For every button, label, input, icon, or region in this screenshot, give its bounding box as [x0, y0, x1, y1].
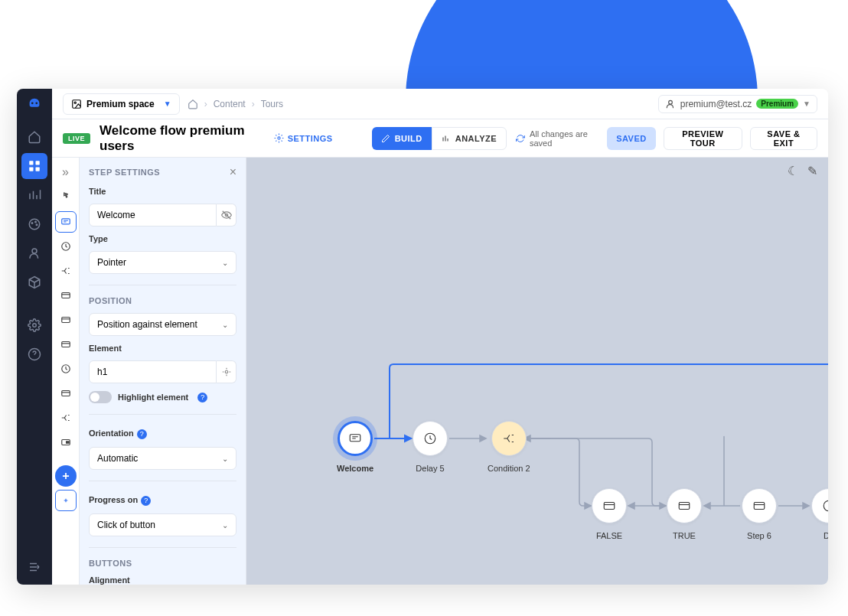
page-title: Welcome flow premium users [99, 123, 265, 154]
visibility-toggle-icon[interactable] [217, 204, 236, 227]
chevron-down-icon: ⌄ [222, 259, 228, 267]
node-extra[interactable]: De [811, 488, 828, 540]
svg-rect-1 [36, 161, 40, 165]
saved-button[interactable]: SAVED [607, 127, 656, 150]
refresh-icon [516, 133, 525, 144]
svg-point-39 [824, 500, 828, 511]
svg-marker-33 [803, 503, 809, 509]
node-delay[interactable]: Delay 5 [413, 421, 448, 473]
svg-marker-32 [704, 503, 710, 509]
position-section: POSITION [89, 296, 236, 305]
step-type-message[interactable] [55, 211, 77, 233]
chevron-down-icon: ⌄ [222, 321, 228, 329]
chevron-down-icon: ▼ [803, 99, 810, 108]
breadcrumb-bar: Premium space ▼ › Content › Tours premiu… [52, 89, 828, 119]
collapse-panel-icon[interactable]: » [57, 164, 74, 181]
step-type-modal-4[interactable] [55, 383, 77, 404]
step-type-modal-2[interactable] [55, 309, 77, 331]
svg-point-14 [278, 137, 280, 139]
highlight-toggle[interactable] [89, 391, 112, 403]
node-false[interactable]: FALSE [592, 488, 627, 540]
nav-expand[interactable] [21, 559, 47, 585]
step-type-branch-2[interactable] [55, 407, 77, 429]
svg-rect-19 [61, 342, 70, 347]
element-input[interactable] [89, 360, 217, 383]
svg-point-6 [35, 221, 37, 223]
svg-point-9 [33, 324, 37, 328]
nav-users[interactable] [21, 240, 47, 266]
svg-rect-18 [61, 318, 70, 323]
svg-point-5 [31, 223, 33, 224]
title-bar: LIVE Welcome flow premium users SETTINGS… [52, 119, 828, 158]
svg-rect-17 [61, 293, 70, 298]
breadcrumb-tours[interactable]: Tours [261, 99, 283, 109]
svg-point-7 [36, 224, 38, 226]
type-select[interactable]: Pointer⌄ [89, 251, 236, 274]
svg-marker-29 [585, 503, 591, 509]
svg-rect-36 [604, 503, 615, 510]
position-select[interactable]: Position against element⌄ [89, 313, 236, 336]
svg-rect-38 [754, 503, 765, 510]
settings-button[interactable]: SETTINGS [274, 133, 333, 143]
title-input[interactable] [89, 204, 217, 227]
node-step6[interactable]: Step 6 [742, 488, 777, 540]
step-type-branch[interactable] [55, 260, 77, 282]
plan-badge: Premium [756, 99, 798, 109]
chart-icon [442, 134, 451, 143]
flow-canvas[interactable]: ☾ ✎ [246, 158, 828, 585]
preview-button[interactable]: PREVIEW TOUR [664, 127, 742, 150]
highlight-label: Highlight element [118, 393, 188, 402]
user-email: premium@test.cz [680, 99, 752, 109]
close-icon[interactable]: × [230, 165, 236, 179]
nav-analytics[interactable] [21, 182, 47, 208]
user-menu[interactable]: premium@test.cz Premium ▼ [658, 95, 817, 113]
svg-marker-27 [480, 435, 486, 442]
orientation-select[interactable]: Automatic⌄ [89, 447, 236, 470]
svg-rect-0 [29, 161, 33, 165]
step-type-modal-3[interactable] [55, 334, 77, 355]
svg-rect-2 [29, 168, 33, 171]
space-icon [71, 99, 82, 109]
nav-help[interactable] [21, 341, 47, 367]
save-exit-button[interactable]: SAVE & EXIT [750, 127, 817, 150]
step-type-modal[interactable] [55, 285, 77, 306]
step-type-delay[interactable] [55, 236, 77, 257]
app-logo-icon [24, 95, 45, 116]
svg-point-13 [668, 100, 672, 104]
nav-home[interactable] [21, 124, 47, 150]
svg-rect-15 [61, 219, 70, 224]
nav-themes[interactable] [21, 211, 47, 237]
app-nav-rail [17, 89, 52, 585]
progress-label: Progress on [89, 495, 138, 504]
step-type-pointer[interactable] [55, 187, 77, 208]
node-welcome[interactable]: Welcome [337, 421, 373, 473]
info-icon[interactable]: ? [197, 393, 207, 403]
home-icon[interactable] [188, 99, 198, 109]
add-step-button[interactable] [55, 465, 77, 487]
nav-package[interactable] [21, 269, 47, 295]
nav-content[interactable] [21, 153, 47, 179]
build-button[interactable]: BUILD [372, 127, 432, 150]
progress-select[interactable]: Click of button⌄ [89, 513, 236, 536]
gear-icon [274, 133, 284, 143]
node-condition[interactable]: Condition 2 [488, 421, 530, 473]
add-step-outline-button[interactable] [55, 490, 77, 511]
breadcrumb-content[interactable]: Content [214, 99, 246, 109]
info-icon[interactable]: ? [141, 496, 151, 506]
analyze-button[interactable]: ANALYZE [432, 127, 507, 150]
node-true[interactable]: TRUE [667, 488, 702, 540]
save-status: All changes are saved [516, 129, 599, 148]
chevron-down-icon: ⌄ [222, 455, 228, 463]
pencil-icon [381, 134, 390, 143]
buttons-section: BUTTONS [89, 559, 236, 568]
svg-marker-31 [628, 503, 634, 509]
nav-settings[interactable] [21, 312, 47, 338]
space-name: Premium space [86, 99, 155, 109]
info-icon[interactable]: ? [137, 429, 147, 439]
step-type-delay-2[interactable] [55, 358, 77, 380]
step-type-slideout[interactable] [55, 432, 77, 453]
inspector-panel: STEP SETTINGS × Title Type Pointer⌄ POSI… [80, 158, 246, 585]
chevron-down-icon: ⌄ [222, 521, 228, 530]
space-selector[interactable]: Premium space ▼ [63, 93, 180, 115]
element-picker-icon[interactable] [217, 360, 236, 383]
